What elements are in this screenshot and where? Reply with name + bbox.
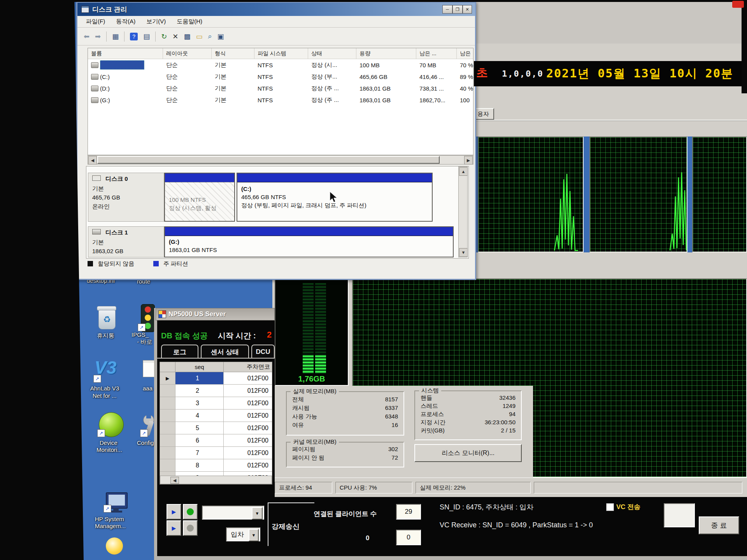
volume-row[interactable]: (C:)단순기본NTFS정상 (부...465,66 GB416,46 ...8… (88, 71, 473, 82)
search-icon[interactable]: ⌕ (208, 32, 212, 40)
table-row[interactable]: 2012F00 (160, 385, 272, 397)
table-row[interactable]: 6012F00 (160, 434, 272, 447)
table-row[interactable]: ▶1012F00 (160, 372, 272, 385)
row-selector (160, 472, 175, 476)
desktop-icon-label: Net for ... (93, 392, 117, 399)
menu-action[interactable]: 동작(A) (116, 18, 135, 25)
table-row[interactable]: 5012F00 (160, 422, 272, 434)
column-header-code[interactable]: 주차면코 (224, 362, 272, 372)
mouse-cursor (329, 191, 339, 203)
back-icon[interactable]: ⬅ (84, 32, 89, 41)
bulb-icon[interactable] (106, 537, 123, 555)
stat-label: 커밋(GB) (421, 427, 445, 434)
parking-mode-combo[interactable]: 입차 ▼ (226, 527, 260, 541)
column-header[interactable]: 남은 ... (416, 48, 457, 59)
properties-icon[interactable]: ▩ (184, 32, 190, 41)
vc-receive-text: VC Receive : SN_ID = 6049 , ParkStatus =… (440, 521, 593, 529)
zero-value: 0 (366, 534, 369, 542)
panes-icon[interactable]: ▤ (143, 32, 150, 41)
table-row[interactable]: 3012F00 (160, 397, 272, 410)
window-title: 디스크 관리 (92, 5, 127, 14)
chevron-down-icon[interactable]: ▼ (249, 529, 259, 541)
close-button[interactable]: ✕ (463, 5, 472, 14)
table-row[interactable]: 7012F00 (160, 447, 272, 459)
volume-cell: 정상 (부... (308, 71, 359, 82)
volume-row[interactable]: (G:)단순기본NTFS정상 (주 ...1863,01 GB1862,70..… (88, 94, 473, 106)
scroll-left-icon[interactable]: ◀ (88, 156, 97, 164)
hscrollbar[interactable]: ◀ ▶ (88, 155, 473, 164)
column-header-seq[interactable]: seq (175, 362, 224, 372)
scroll-right-icon[interactable]: ▶ (464, 156, 473, 164)
stat-value: 36:23:00:50 (485, 419, 516, 425)
partition-system[interactable]: 100 MB NTFS 정상 (시스템, 활성 (164, 173, 235, 222)
row-selector: ▶ (160, 372, 175, 385)
refresh-icon[interactable]: ↻ (161, 32, 167, 41)
column-header[interactable]: 레이아웃 (163, 48, 212, 59)
stat-label: 프로세스 (421, 411, 444, 417)
disk-name: 디스크 1 (105, 229, 128, 236)
resource-monitor-button[interactable]: 리소스 모니터(R)... (414, 444, 522, 462)
disk1-label-cell[interactable]: 디스크 1 기본 1863,02 GB (88, 226, 164, 257)
seq-cell: 8 (175, 459, 224, 472)
memory-gauge: 1,76GB (275, 277, 349, 386)
np5000-titlebar[interactable]: NP5000 US Server (156, 308, 275, 320)
stat-value: 16 (391, 422, 398, 428)
exit-button[interactable]: 종 료 (699, 516, 739, 534)
table-row[interactable]: 8012F00 (160, 459, 272, 472)
np5000-window-border (154, 556, 747, 560)
partition-g[interactable]: (G:) 1863,01 GB NTFS (164, 226, 454, 257)
titlebar[interactable]: 디스크 관리 ─ ❐ ✕ (77, 3, 475, 16)
status-lamp-button[interactable] (183, 504, 198, 520)
column-header[interactable]: 용량 (356, 48, 416, 59)
volume-cell: 단순 (163, 71, 215, 82)
volume-cell: NTFS (254, 94, 311, 106)
row-selector (160, 422, 175, 434)
menu-help[interactable]: 도움말(H) (177, 18, 202, 25)
np5000-table: seq 주차면코 ▶1012F002012F003012F004012F0050… (160, 362, 272, 485)
scroll-down-icon[interactable]: ▼ (459, 248, 468, 257)
table-row[interactable]: 4012F00 (160, 410, 272, 422)
combo-box[interactable]: ▼ (202, 506, 264, 520)
recycle-bin-icon[interactable]: ♻ (98, 310, 116, 329)
minimize-button[interactable]: ─ (442, 5, 452, 14)
play-button[interactable]: ▶ (167, 504, 181, 520)
volume-cell: 기본 (212, 59, 258, 71)
column-header[interactable]: 형식 (212, 48, 254, 59)
disk-tools-icon[interactable]: ▣ (217, 32, 224, 41)
forward-icon[interactable]: ➡ (95, 32, 101, 41)
tab-sensor-status[interactable]: 센서 상태 (201, 345, 249, 359)
help-icon[interactable]: ? (130, 33, 138, 40)
code-cell: 012F00 (224, 472, 272, 476)
maximize-button[interactable]: ❐ (452, 5, 463, 14)
play-button[interactable]: ▶ (167, 520, 181, 536)
tab-log[interactable]: 로그 (161, 345, 198, 359)
table-hscrollbar[interactable]: ◀ (160, 476, 272, 484)
table-row[interactable]: 9012F00 (160, 472, 272, 476)
scroll-left-icon[interactable]: ◀ (170, 477, 179, 484)
tab-dcu[interactable]: DCU (251, 345, 275, 359)
menu-view[interactable]: 보기(V) (146, 18, 166, 25)
divider (155, 32, 156, 42)
volume-cell: 70 MB (416, 59, 460, 71)
menu-file[interactable]: 파일(F) (86, 18, 105, 25)
chevron-down-icon[interactable]: ▼ (252, 507, 263, 520)
column-header[interactable]: 상태 (308, 48, 356, 59)
tab-strip (474, 86, 747, 136)
open-folder-icon[interactable]: ▭ (196, 32, 202, 41)
delete-icon[interactable]: ✕ (172, 32, 178, 41)
desktop-icon-label: - 바로 (137, 338, 152, 346)
memory-gauge-value: 1,76GB (275, 374, 348, 383)
volume-row[interactable]: 단순기본NTFS정상 (시...100 MB70 MB70 % (88, 59, 473, 71)
column-header[interactable]: 파일 시스템 (254, 48, 308, 59)
vc-send-checkbox[interactable] (606, 503, 614, 511)
column-header[interactable]: 남은 (457, 48, 473, 59)
drive-icon (91, 62, 98, 68)
console-tree-icon[interactable]: ▦ (112, 32, 119, 41)
scrollbar-thumb[interactable] (97, 156, 440, 164)
column-header[interactable]: 볼륨 (88, 48, 163, 59)
vscrollbar[interactable]: ▲ ▼ (458, 166, 468, 257)
volume-row[interactable]: (D:)단순기본NTFS정상 (주 ...1863,01 GB738,31 ..… (88, 82, 473, 94)
scroll-up-icon[interactable]: ▲ (459, 167, 468, 176)
status-lamp-button[interactable] (183, 520, 198, 536)
disk0-label-cell[interactable]: 디스크 0 기본 465,76 GB 온라인 (88, 173, 164, 222)
